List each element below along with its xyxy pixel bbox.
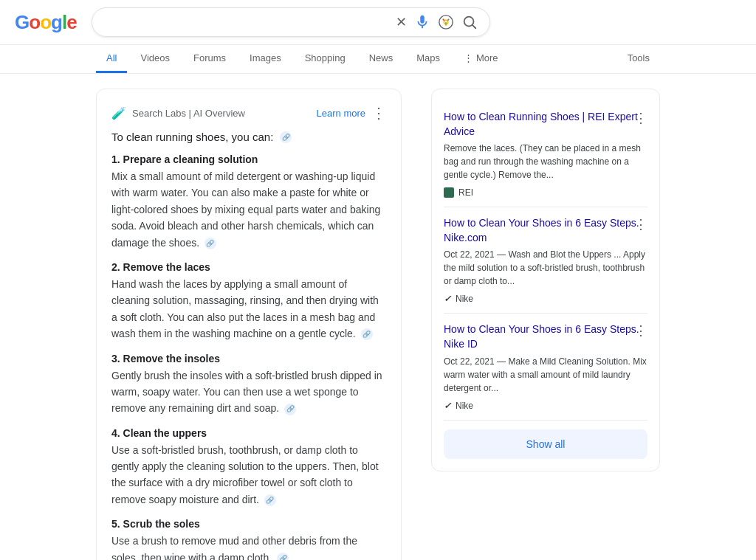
step-1-title: 1. Prepare a cleaning solution	[111, 153, 386, 165]
tab-forums[interactable]: Forums	[183, 45, 236, 73]
result-2-source: ✓ Nike	[444, 294, 647, 304]
step-5-title: 5. Scrub the soles	[111, 518, 386, 530]
nav-tabs: All Videos Forums Images Shopping News M…	[0, 45, 756, 74]
tab-shopping[interactable]: Shopping	[295, 45, 356, 73]
voice-search-button[interactable]	[414, 14, 430, 30]
result-3-source: ✓ Nike	[444, 401, 647, 411]
intro-link-icon[interactable]: 🔗	[280, 131, 292, 143]
rei-logo-icon	[444, 187, 454, 198]
step-1-link-icon[interactable]: 🔗	[205, 238, 216, 249]
nike-logo-icon-1: ✓	[444, 294, 451, 304]
result-2-title[interactable]: How to Clean Your Shoes in 6 Easy Steps.…	[444, 216, 647, 245]
show-all-button[interactable]: Show all	[444, 429, 647, 459]
tab-tools[interactable]: Tools	[617, 45, 660, 73]
tab-all[interactable]: All	[96, 45, 127, 73]
search-box: how to clean your running shoes ✕	[92, 7, 490, 37]
result-item-1: How to Clean Running Shoes | REI Expert …	[444, 101, 647, 207]
google-lens-icon	[438, 14, 454, 30]
result-item-2: How to Clean Your Shoes in 6 Easy Steps.…	[444, 207, 647, 314]
right-panel: How to Clean Running Shoes | REI Expert …	[431, 89, 660, 560]
svg-line-3	[472, 25, 475, 28]
result-item-3: How to Clean Your Shoes in 6 Easy Steps.…	[444, 314, 647, 420]
ai-overview-header: 🧪 Search Labs | AI Overview Learn more ⋮	[111, 104, 386, 122]
ai-header-left: 🧪 Search Labs | AI Overview	[111, 106, 245, 120]
lens-button[interactable]	[438, 14, 454, 30]
search-icon	[461, 14, 478, 30]
left-panel: 🧪 Search Labs | AI Overview Learn more ⋮…	[96, 89, 402, 560]
step-5: 5. Scrub the soles Use a brush to remove…	[111, 518, 386, 560]
more-options-icon[interactable]: ⋮	[371, 104, 386, 122]
ai-header-label: Search Labs | AI Overview	[132, 108, 245, 119]
tab-images[interactable]: Images	[239, 45, 292, 73]
ai-overview-card: 🧪 Search Labs | AI Overview Learn more ⋮…	[96, 89, 402, 560]
main-content: 🧪 Search Labs | AI Overview Learn more ⋮…	[0, 74, 756, 560]
step-2: 2. Remove the laces Hand wash the laces …	[111, 261, 386, 342]
result-1-snippet: Remove the laces. (They can be placed in…	[444, 142, 647, 182]
step-2-title: 2. Remove the laces	[111, 261, 386, 273]
mic-icon	[414, 14, 430, 30]
step-5-text: Use a brush to remove mud and other debr…	[111, 533, 386, 560]
step-1-text: Mix a small amount of mild detergent or …	[111, 168, 386, 251]
result-1-source: REI	[444, 187, 647, 198]
result-card: How to Clean Running Shoes | REI Expert …	[431, 89, 660, 471]
step-2-link-icon[interactable]: 🔗	[361, 328, 373, 340]
tab-maps[interactable]: Maps	[406, 45, 450, 73]
search-icons: ✕	[396, 14, 478, 30]
learn-more-link[interactable]: Learn more	[317, 108, 365, 119]
step-4-link-icon[interactable]: 🔗	[264, 494, 276, 506]
step-1: 1. Prepare a cleaning solution Mix a sma…	[111, 153, 386, 251]
result-1-more-button[interactable]: ⋮	[634, 110, 647, 126]
tab-more[interactable]: ⋮ More	[453, 45, 509, 73]
step-4-text: Use a soft-bristled brush, toothbrush, o…	[111, 442, 386, 508]
nike-logo-icon-2: ✓	[444, 401, 451, 411]
search-input[interactable]: how to clean your running shoes	[104, 15, 388, 29]
tab-videos[interactable]: Videos	[130, 45, 180, 73]
step-2-text: Hand wash the laces by applying a small …	[111, 276, 386, 342]
tab-news[interactable]: News	[359, 45, 404, 73]
step-3-link-icon[interactable]: 🔗	[284, 404, 296, 415]
step-4-title: 4. Clean the uppers	[111, 427, 386, 439]
clear-button[interactable]: ✕	[396, 14, 407, 30]
result-3-snippet: Oct 22, 2021 — Make a Mild Cleaning Solu…	[444, 355, 647, 395]
step-3: 3. Remove the insoles Gently brush the i…	[111, 353, 386, 417]
step-3-text: Gently brush the insoles with a soft-bri…	[111, 367, 386, 417]
result-1-title[interactable]: How to Clean Running Shoes | REI Expert …	[444, 110, 647, 139]
step-3-title: 3. Remove the insoles	[111, 353, 386, 364]
step-4: 4. Clean the uppers Use a soft-bristled …	[111, 427, 386, 508]
result-2-more-button[interactable]: ⋮	[634, 216, 647, 232]
search-button[interactable]	[461, 14, 478, 30]
ai-header-right: Learn more ⋮	[317, 104, 386, 122]
result-2-snippet: Oct 22, 2021 — Wash and Blot the Uppers …	[444, 248, 647, 288]
google-logo[interactable]: Google	[15, 11, 77, 34]
header: Google how to clean your running shoes ✕	[0, 0, 756, 45]
result-3-title[interactable]: How to Clean Your Shoes in 6 Easy Steps.…	[444, 322, 647, 351]
result-3-more-button[interactable]: ⋮	[634, 322, 647, 339]
flask-icon: 🧪	[111, 106, 126, 120]
step-5-link-icon[interactable]: 🔗	[277, 553, 289, 560]
ai-intro: To clean running shoes, you can: 🔗	[111, 131, 386, 143]
